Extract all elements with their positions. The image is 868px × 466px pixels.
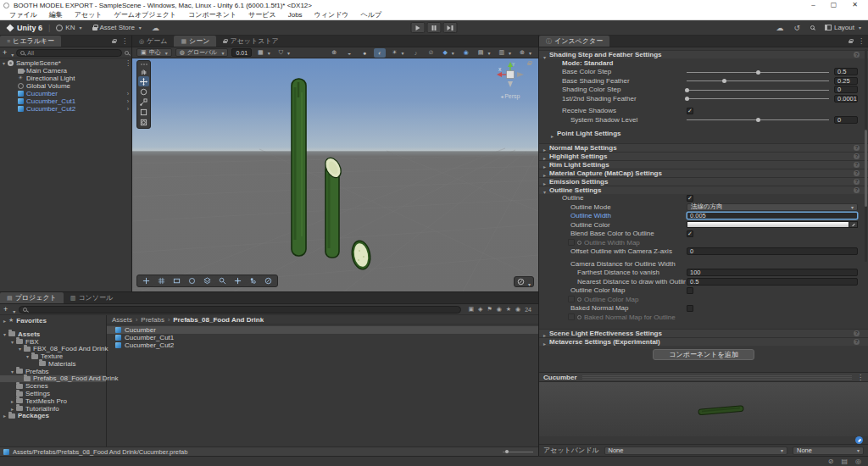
undo-history-icon[interactable]: ↺	[793, 24, 800, 32]
hierarchy-search-input[interactable]: All	[16, 49, 122, 57]
step-button[interactable]	[443, 22, 458, 33]
menu-file[interactable]: ファイル	[3, 10, 43, 19]
snap-overlay-icon[interactable]	[170, 276, 184, 286]
create-asset-button[interactable]: +	[3, 305, 8, 313]
base-shading-feather-field[interactable]: 0.25	[834, 77, 858, 85]
rotate-overlay-icon[interactable]	[185, 276, 199, 286]
menu-services[interactable]: サービス	[242, 10, 282, 19]
section-scene-light-effectiveness[interactable]: Scene Light Effectiveness Settings ?	[539, 329, 868, 337]
grid-snap-dropdown[interactable]: ▦	[255, 48, 273, 57]
system-shadow-level-slider[interactable]	[687, 116, 829, 123]
texture-slot[interactable]	[568, 239, 575, 246]
lighting-toggle-button[interactable]: ●	[359, 48, 370, 58]
object-picker-icon[interactable]	[577, 297, 581, 302]
component-tools-dropdown[interactable]: ◆	[440, 48, 456, 57]
grid-size-field[interactable]: 0.01	[231, 48, 252, 57]
inspector-scrollbar[interactable]	[865, 49, 867, 262]
help-icon[interactable]: ?	[854, 179, 860, 185]
help-icon[interactable]: ?	[854, 170, 860, 176]
hidden-count-icon[interactable]: ◉	[515, 306, 520, 313]
prefab-open-arrow-icon[interactable]: ›	[127, 106, 131, 112]
blend-base-color-checkbox[interactable]	[687, 230, 693, 237]
2d-toggle-button[interactable]: ◒	[343, 48, 355, 58]
tree-fbx[interactable]: FBX	[0, 338, 106, 346]
transform-tool-button[interactable]	[138, 117, 149, 127]
prefab-open-arrow-icon[interactable]: ›	[127, 98, 131, 104]
help-icon[interactable]: ?	[854, 153, 860, 159]
grid-overlay-icon[interactable]	[154, 276, 169, 286]
tree-texture[interactable]: Texture	[0, 352, 106, 360]
scale-tool-button[interactable]	[138, 97, 149, 107]
receive-shadows-checkbox[interactable]	[687, 108, 693, 114]
object-picker-icon[interactable]	[577, 241, 581, 245]
menu-component[interactable]: コンポーネント	[182, 10, 242, 19]
texture-slot[interactable]	[568, 313, 575, 320]
outline-width-field[interactable]: 0.005	[687, 212, 858, 219]
preview-menu-icon[interactable]: ⋮	[857, 374, 864, 381]
tree-fbx-08-food-and-drink[interactable]: FBX_08_Food And Drink	[0, 345, 106, 352]
account-dropdown[interactable]: KN	[56, 24, 81, 31]
rect-tool-button[interactable]	[138, 107, 149, 117]
menu-edit[interactable]: 編集	[43, 10, 69, 19]
cache-server-icon[interactable]: ▤	[841, 458, 848, 465]
search-by-importlog-icon[interactable]: ◉	[497, 306, 502, 313]
menu-assets[interactable]: アセット	[69, 10, 108, 19]
file-cucumber[interactable]: Cucumber	[107, 326, 538, 334]
shading-feather-field[interactable]: 0.0001	[834, 95, 858, 103]
menu-window[interactable]: ウィンドウ	[309, 10, 355, 19]
draw-mode-button[interactable]: ⊕	[328, 48, 340, 58]
help-icon[interactable]: ?	[854, 145, 860, 151]
shading-feather-slider[interactable]	[687, 95, 829, 102]
nearest-distance-field[interactable]: 0.5	[687, 278, 858, 286]
tool-pivot-dropdown[interactable]: ▣ 中心	[136, 48, 172, 57]
pause-button[interactable]	[427, 22, 442, 33]
rotate-tool-button[interactable]	[138, 86, 149, 97]
hierarchy-item-global-volume[interactable]: Global Volume	[0, 82, 131, 90]
skybox-toggle-button[interactable]: ◐	[374, 48, 386, 58]
create-object-button[interactable]: +	[3, 48, 7, 57]
section-highlight[interactable]: Highlight Settings ?	[539, 152, 868, 160]
baked-normal-map-checkbox[interactable]	[687, 305, 693, 312]
notifications-muted-icon[interactable]: ⊘	[828, 458, 834, 465]
tree-prefabs[interactable]: Prefabs	[0, 368, 106, 375]
base-color-step-slider[interactable]	[687, 69, 829, 75]
move-tool-button[interactable]	[138, 76, 149, 86]
tab-game[interactable]: ◎ ゲーム	[132, 36, 174, 47]
foldout-open-icon[interactable]	[3, 59, 5, 67]
compass-overlay-icon[interactable]	[261, 276, 275, 286]
tab-console[interactable]: ▥ コンソール	[64, 292, 120, 303]
version-control-button[interactable]: ☁	[152, 24, 159, 32]
help-icon[interactable]: ?	[854, 162, 860, 168]
panel-menu-icon[interactable]: ⋮	[121, 37, 128, 45]
menu-gameobject[interactable]: ゲームオブジェクト	[108, 10, 183, 19]
outline-mode-dropdown[interactable]: 法線の方向 ▾	[687, 203, 858, 211]
help-icon[interactable]: ?	[854, 187, 860, 193]
camera-settings-dropdown[interactable]: ▤	[476, 48, 493, 57]
preview-settings-icon[interactable]	[855, 436, 863, 444]
progress-ok-icon[interactable]: ◎	[855, 458, 861, 465]
asset-preview[interactable]	[539, 382, 868, 436]
scene-options-icon[interactable]: ⋮	[125, 59, 131, 67]
maximize-button[interactable]: ▢	[831, 0, 837, 10]
lock-icon[interactable]	[849, 41, 853, 43]
file-cucumber-cut2[interactable]: Cucumber_Cut2	[107, 341, 538, 349]
hierarchy-item-directional-light[interactable]: Directional Light	[0, 75, 131, 82]
hierarchy-item-cucumber-cut2[interactable]: Cucumber_Cut2 ›	[0, 105, 131, 113]
help-icon[interactable]: ?	[854, 330, 860, 336]
tab-inspector[interactable]: ⓘ インスペクター	[539, 36, 609, 47]
zoom-overlay-icon[interactable]	[215, 276, 230, 286]
breadcrumb-assets[interactable]: Assets	[112, 316, 132, 324]
gizmos-dropdown[interactable]: ⊕	[517, 48, 534, 57]
preview-resize-handle[interactable]	[582, 375, 852, 380]
section-normal-map[interactable]: Normal Map Settings ?	[539, 143, 868, 152]
section-outline[interactable]: Outline Settings ?	[539, 186, 868, 194]
hand-tool-button[interactable]	[138, 66, 149, 76]
file-cucumber-cut1[interactable]: Cucumber_Cut1	[107, 334, 538, 341]
layout-dropdown[interactable]: Layout	[825, 24, 861, 31]
search-by-label-icon[interactable]: ⚑	[487, 306, 492, 313]
project-search-input[interactable]	[19, 306, 461, 313]
base-color-step-field[interactable]: 0.5	[834, 68, 858, 75]
menu-help[interactable]: ヘルプ	[355, 10, 388, 19]
pan-overlay-icon[interactable]	[231, 276, 245, 286]
section-matcap[interactable]: Material Capture (MatCap) Settings ?	[539, 169, 868, 177]
